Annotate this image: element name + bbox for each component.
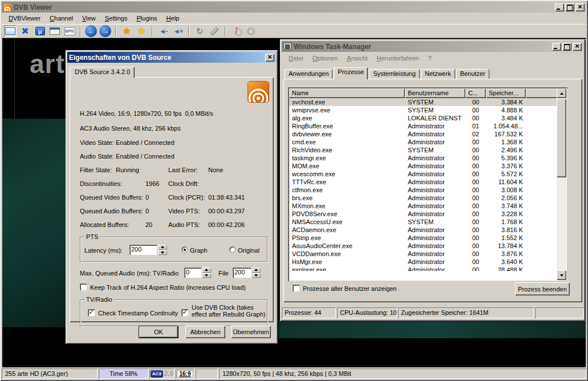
tab-netzwerk[interactable]: Netzwerk (421, 69, 455, 79)
table-row[interactable]: MXmon.exeAdministrator003.748 K (289, 202, 566, 210)
taskmanager-titlebar[interactable]: Windows Task-Manager (282, 41, 583, 52)
column-header-mem[interactable]: Speicher... (486, 88, 526, 98)
volume-up-icon[interactable]: ◄+ (172, 25, 184, 37)
favorites-add-icon[interactable]: ★ (120, 25, 133, 37)
process-mem-cell: 2.056 K (486, 194, 526, 202)
epg-icon[interactable]: EPG (63, 25, 76, 37)
max-queued-tv-input[interactable]: 0 (184, 267, 201, 278)
show-all-users-checkbox[interactable] (293, 285, 299, 291)
process-name-cell: TTTvRc.exe (289, 178, 405, 186)
ok-button[interactable]: OK (139, 326, 179, 338)
cancel-button[interactable]: Abbrechen (185, 326, 225, 338)
menu-item-herunterfahren[interactable]: Herunterfahren (372, 54, 423, 63)
column-header-name[interactable]: Name (289, 88, 405, 98)
table-row[interactable]: VCDDaemon.exeAdministrator003.876 K (289, 250, 566, 258)
tv-window-icon[interactable] (4, 25, 17, 37)
process-user-cell: Administrator (405, 154, 465, 162)
minimize-icon[interactable] (555, 3, 564, 11)
apply-button[interactable]: Übernehmen (231, 326, 271, 338)
table-row[interactable]: svchost.exeSYSTEM003.384 K (289, 98, 566, 106)
minimize-icon[interactable] (552, 43, 561, 51)
dvbviewer-titlebar[interactable]: DVB Viewer (2, 2, 586, 13)
close-icon[interactable] (575, 3, 585, 11)
tab-anwendungen[interactable]: Anwendungen (285, 69, 332, 79)
latency-input[interactable]: 200 (129, 245, 157, 255)
column-header-user[interactable]: Benutzername (405, 88, 465, 98)
check-timestamp-checkbox[interactable]: ✓ (88, 309, 95, 316)
forward-icon[interactable]: → (99, 25, 111, 37)
table-row[interactable]: dvbviewer.exeAdministrator02167.532 K (289, 130, 566, 138)
osd-window-icon[interactable] (48, 25, 61, 37)
status-time-progress[interactable]: Time 58% (99, 368, 148, 379)
info-icon[interactable]: i (230, 25, 242, 37)
status-aspect-ratio: 16:9 (176, 368, 194, 379)
tab-benutzer[interactable]: Benutzer (456, 69, 489, 79)
table-row[interactable]: RingBuffer.exeAdministrator011.054.48... (289, 122, 566, 130)
table-row[interactable]: AsusAudioCenter.exeAdministrator0013.784… (289, 242, 566, 250)
menu-item-channel[interactable]: Channel (45, 14, 78, 23)
maximize-icon[interactable] (562, 43, 571, 51)
menu-item-ansicht[interactable]: Ansicht (342, 54, 372, 63)
stat-label: Video PTS: (168, 208, 200, 214)
minimode-icon[interactable]: μ (34, 25, 46, 37)
process-list-scrollbar[interactable] (557, 88, 566, 280)
column-header-cpu[interactable]: C... (465, 88, 486, 98)
menu-item-help[interactable]: Help (162, 14, 184, 23)
table-row[interactable]: explorer.exeAdministrator0028.488 K (289, 266, 566, 271)
table-row[interactable]: brs.exeAdministrator002.056 K (289, 194, 566, 202)
table-row[interactable]: wmiprvse.exeSYSTEM004.888 K (289, 106, 566, 114)
table-row[interactable]: ACDaemon.exeAdministrator003.816 K (289, 226, 566, 234)
max-queued-tv-stepper[interactable] (202, 267, 211, 278)
toolbar-separator (188, 26, 189, 37)
close-icon[interactable] (573, 43, 582, 51)
menu-item-view[interactable]: View (78, 14, 100, 23)
graph-radio[interactable] (181, 246, 188, 253)
file-input[interactable]: 200 (233, 267, 251, 278)
menu-item-optionen[interactable]: Optionen (308, 54, 343, 63)
scroll-down-icon[interactable] (557, 270, 566, 280)
process-mem-cell: 11.604 K (486, 178, 526, 186)
use-dvb-clock-label: Use DVB Clock (takes effect after Rebuil… (192, 304, 267, 318)
menu-item-settings[interactable]: Settings (100, 14, 132, 23)
table-row[interactable]: alg.exeLOKALER DIENST003.484 K (289, 114, 566, 122)
use-dvb-clock-checkbox[interactable]: ✓ (181, 309, 188, 316)
volume-down-icon[interactable]: ◄- (157, 25, 169, 37)
favorites-icon[interactable]: ★ (135, 25, 148, 37)
scrollbar-thumb[interactable] (557, 99, 566, 177)
table-row[interactable]: PStrip.exeAdministrator001.552 K (289, 234, 566, 242)
refresh-doc-icon[interactable]: ↻ (193, 25, 206, 37)
table-row[interactable]: RichVideo.exeSYSTEM002.496 K (289, 146, 566, 154)
original-radio[interactable] (229, 246, 236, 253)
table-row[interactable]: cmd.exeAdministrator001.368 K (289, 138, 566, 146)
process-cpu-cell: 00 (465, 258, 486, 266)
keep-aspect-checkbox[interactable] (80, 283, 87, 290)
table-row[interactable]: PDVD8Serv.exeAdministrator003.228 K (289, 210, 566, 218)
end-process-button[interactable]: Prozess beenden (515, 282, 570, 295)
menu-item-datei[interactable]: Datei (284, 54, 308, 63)
tab-prozesse[interactable]: Prozesse (334, 67, 368, 79)
record-icon[interactable] (245, 25, 257, 37)
dialog-titlebar[interactable]: Eigenschaften von DVB Source (67, 52, 276, 63)
back-icon[interactable]: ← (85, 25, 97, 37)
keep-aspect-label: Keep Track of H.264 Aspect Ratio (increa… (90, 284, 246, 291)
maximize-icon[interactable] (565, 3, 574, 11)
scroll-up-icon[interactable] (557, 88, 566, 98)
latency-stepper[interactable] (158, 245, 167, 255)
table-row[interactable]: taskmgr.exeAdministrator005.396 K (289, 154, 566, 162)
menu-item-plugins[interactable]: Plugins (132, 14, 161, 23)
table-row[interactable]: ctfmon.exeAdministrator003.008 K (289, 186, 566, 194)
file-stepper[interactable] (252, 267, 261, 278)
table-row[interactable]: wcescomm.exeAdministrator005.572 K (289, 170, 566, 178)
menu-item-dvbviewer[interactable]: DVBViewer (4, 14, 45, 23)
table-row[interactable]: NMSAccessU.exeSYSTEM001.768 K (289, 218, 566, 226)
stat-label: Allocated Buffers: (80, 221, 129, 228)
wrench-icon[interactable] (208, 25, 221, 37)
close-icon[interactable] (265, 54, 274, 62)
tab-systemleistung[interactable]: Systemleistung (369, 69, 420, 79)
fullscreen-icon[interactable]: ✖ (19, 25, 31, 37)
table-row[interactable]: TTTvRc.exeAdministrator0011.604 K (289, 178, 566, 186)
table-row[interactable]: HsMgr.exeAdministrator003.640 K (289, 258, 566, 266)
table-row[interactable]: MOM.exeAdministrator003.376 K (289, 162, 566, 170)
menu-item-[interactable]: ? (423, 54, 436, 63)
tab-dvb-source[interactable]: DVB Source 3.4.2.0 (70, 67, 135, 78)
